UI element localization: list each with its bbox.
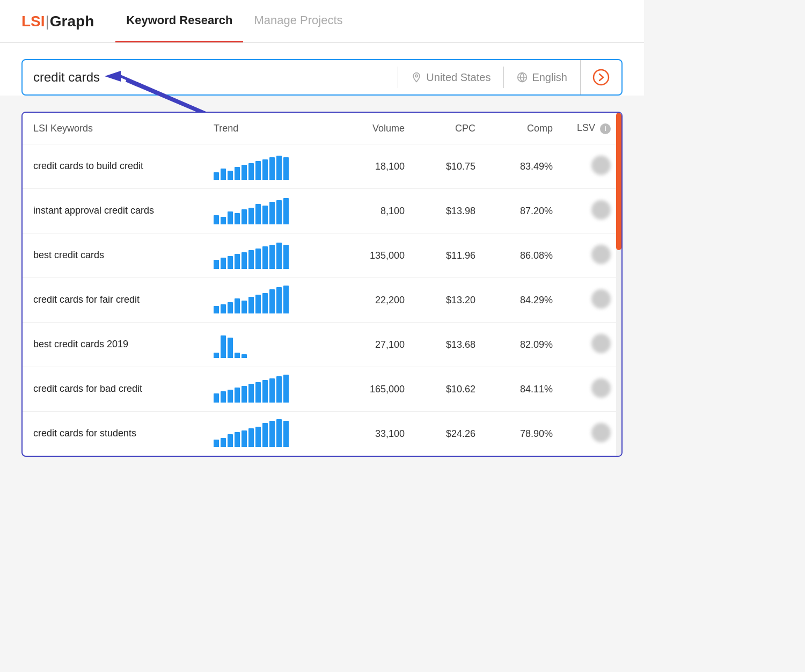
th-cpc: CPC — [415, 113, 486, 144]
table-row[interactable]: credit cards for students33,100$24.2678.… — [23, 412, 621, 456]
logo-lsi: LSI — [21, 13, 45, 30]
language-label: English — [532, 71, 567, 84]
logo-graph: Graph — [50, 13, 94, 30]
search-bar: United States English — [21, 59, 623, 96]
keyword-cell: best credit cards 2019 — [23, 323, 203, 367]
lsv-cell — [564, 189, 621, 233]
tab-keyword-research[interactable]: Keyword Research — [115, 0, 243, 42]
lsv-cell — [564, 144, 621, 189]
language-select[interactable]: English — [504, 71, 580, 84]
lsv-cell — [564, 278, 621, 323]
scrollbar-track — [616, 113, 621, 456]
th-volume: Volume — [332, 113, 415, 144]
volume-cell: 8,100 — [332, 189, 415, 233]
keyword-cell: best credit cards — [23, 233, 203, 278]
keyword-cell: credit cards for students — [23, 412, 203, 456]
keyword-table-container: LSI Keywords Trend Volume CPC Comp — [21, 112, 623, 457]
keyword-cell: instant approval credit cards — [23, 189, 203, 233]
search-submit-button[interactable] — [580, 60, 621, 94]
keyword-cell: credit cards to build credit — [23, 144, 203, 189]
volume-cell: 27,100 — [332, 323, 415, 367]
lsv-cell — [564, 323, 621, 367]
volume-cell: 22,200 — [332, 278, 415, 323]
table-row[interactable]: instant approval credit cards8,100$13.98… — [23, 189, 621, 233]
search-input-wrap — [23, 70, 398, 85]
comp-cell: 86.08% — [486, 233, 564, 278]
th-comp: Comp — [486, 113, 564, 144]
trend-cell — [203, 323, 332, 367]
table-row[interactable]: best credit cards135,000$11.9686.08% — [23, 233, 621, 278]
lsv-blurred-value — [591, 289, 611, 309]
svg-point-0 — [415, 75, 418, 77]
location-select[interactable]: United States — [398, 71, 503, 84]
location-icon — [411, 72, 422, 83]
table-header-row: LSI Keywords Trend Volume CPC Comp — [23, 113, 621, 144]
th-lsv: LSV i — [564, 113, 621, 144]
logo-pipe: | — [46, 13, 49, 30]
trend-cell — [203, 412, 332, 456]
search-section: United States English — [0, 43, 644, 96]
trend-cell — [203, 367, 332, 412]
comp-cell: 87.20% — [486, 189, 564, 233]
logo: LSI|Graph — [21, 13, 94, 30]
cpc-cell: $13.20 — [415, 278, 486, 323]
cpc-cell: $10.62 — [415, 367, 486, 412]
volume-cell: 18,100 — [332, 144, 415, 189]
location-label: United States — [426, 71, 491, 84]
keyword-table: LSI Keywords Trend Volume CPC Comp — [23, 113, 621, 456]
trend-cell — [203, 144, 332, 189]
table-row[interactable]: credit cards to build credit18,100$10.75… — [23, 144, 621, 189]
comp-cell: 83.49% — [486, 144, 564, 189]
main-nav: LSI|Graph Keyword Research Manage Projec… — [0, 0, 644, 43]
lsv-blurred-value — [591, 245, 611, 264]
comp-cell: 78.90% — [486, 412, 564, 456]
nav-tabs: Keyword Research Manage Projects — [115, 0, 353, 42]
volume-cell: 33,100 — [332, 412, 415, 456]
search-input[interactable] — [33, 70, 387, 85]
keyword-cell: credit cards for bad credit — [23, 367, 203, 412]
cpc-cell: $24.26 — [415, 412, 486, 456]
comp-cell: 82.09% — [486, 323, 564, 367]
table-row[interactable]: credit cards for fair credit22,200$13.20… — [23, 278, 621, 323]
table-row[interactable]: credit cards for bad credit165,000$10.62… — [23, 367, 621, 412]
keyword-cell: credit cards for fair credit — [23, 278, 203, 323]
lsv-info-icon[interactable]: i — [600, 123, 611, 134]
comp-cell: 84.29% — [486, 278, 564, 323]
lsv-blurred-value — [591, 378, 611, 398]
table-row[interactable]: best credit cards 201927,100$13.6882.09% — [23, 323, 621, 367]
lsv-blurred-value — [591, 423, 611, 442]
trend-cell — [203, 278, 332, 323]
lsv-blurred-value — [591, 200, 611, 220]
lsv-blurred-value — [591, 156, 611, 175]
volume-cell: 135,000 — [332, 233, 415, 278]
cpc-cell: $13.68 — [415, 323, 486, 367]
svg-point-2 — [594, 70, 609, 85]
comp-cell: 84.11% — [486, 367, 564, 412]
scrollbar-thumb[interactable] — [616, 113, 621, 250]
submit-icon — [592, 69, 610, 86]
trend-cell — [203, 233, 332, 278]
th-lsi-keywords: LSI Keywords — [23, 113, 203, 144]
tab-manage-projects[interactable]: Manage Projects — [243, 0, 353, 42]
lsv-cell — [564, 412, 621, 456]
cpc-cell: $13.98 — [415, 189, 486, 233]
trend-cell — [203, 189, 332, 233]
lsv-cell — [564, 367, 621, 412]
lsv-blurred-value — [591, 334, 611, 353]
language-icon — [517, 72, 528, 83]
lsv-cell — [564, 233, 621, 278]
th-trend: Trend — [203, 113, 332, 144]
cpc-cell: $11.96 — [415, 233, 486, 278]
cpc-cell: $10.75 — [415, 144, 486, 189]
volume-cell: 165,000 — [332, 367, 415, 412]
